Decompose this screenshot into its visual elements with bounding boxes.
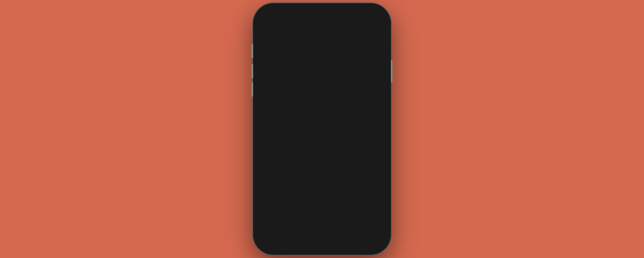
honeymoon-label: Honeymoon or Wedding <box>332 127 371 132</box>
screen-content: spivo 🛒 0 USD Turn your videos and pho <box>259 9 385 249</box>
svg-rect-5 <box>288 116 295 121</box>
progress-dot-1 <box>269 231 273 232</box>
svg-point-10 <box>290 194 292 197</box>
svg-rect-13 <box>348 195 356 200</box>
category-item-travel[interactable]: Travel or Adventure <box>264 64 321 101</box>
next-button[interactable]: ··· <box>367 225 380 238</box>
flag-icon <box>361 22 369 28</box>
phone-mockup: spivo 🛒 0 USD Turn your videos and pho <box>253 3 391 255</box>
action-icon <box>346 73 358 86</box>
question-section: What kind of video? <box>259 49 385 61</box>
next-icon: ··· <box>372 229 376 234</box>
spivo-logo-icon <box>275 21 283 29</box>
travel-icon <box>287 73 298 86</box>
progress-section: ··· <box>259 223 385 242</box>
header: spivo 🛒 0 USD <box>259 9 385 32</box>
tagline-text: Turn your videos and photos into incredi… <box>267 35 377 41</box>
header-right: 🛒 0 USD <box>349 20 379 29</box>
progress-dot-11 <box>322 231 325 232</box>
progress-dot-4 <box>288 230 291 233</box>
category-item-vlog[interactable]: Vlog <box>264 103 321 141</box>
other-label: Other any video! <box>338 207 365 212</box>
star-rating: ★★★★★ <box>288 43 306 47</box>
header-left: spivo <box>265 21 301 29</box>
progress-dot-9 <box>312 231 316 232</box>
hamburger-menu[interactable] <box>265 22 272 27</box>
phone-screen: spivo 🛒 0 USD Turn your videos and pho <box>259 9 385 249</box>
fishing-icon <box>346 153 358 166</box>
cart-area[interactable]: 🛒 0 <box>349 20 358 29</box>
video-grid: Travel or Adventure Action Sport or Moto… <box>259 61 385 223</box>
category-item-other[interactable]: Other any video! <box>323 183 380 220</box>
other-icon <box>346 192 358 205</box>
fishing-label: Fishing or Hunting <box>337 167 367 172</box>
special-icon <box>287 153 298 166</box>
progress-dot-10 <box>317 230 320 233</box>
progress-dots <box>264 230 330 233</box>
logo-area: spivo <box>275 21 301 29</box>
url-bar: spivo.com <box>259 242 385 249</box>
progress-dot-12 <box>327 230 330 233</box>
vlog-label: Vlog <box>288 127 296 132</box>
tagline-section: Turn your videos and photos into incredi… <box>259 32 385 49</box>
logo-text: spivo <box>285 22 301 28</box>
progress-dot-6 <box>298 230 301 233</box>
progress-dot-0 <box>264 230 267 233</box>
category-item-honeymoon[interactable]: Honeymoon or Wedding <box>323 103 380 141</box>
family-label: Family <box>287 207 298 212</box>
question-title: What kind of video? <box>265 52 379 60</box>
progress-dot-2 <box>275 230 281 233</box>
action-label: Action Sport or Motorsport <box>331 88 373 92</box>
category-item-fishing[interactable]: Fishing or Hunting <box>323 143 380 181</box>
svg-point-2 <box>348 80 351 82</box>
svg-point-3 <box>353 80 356 82</box>
url-text: spivo.com <box>315 243 329 247</box>
category-item-special[interactable]: Special Event <box>264 143 321 181</box>
svg-point-6 <box>290 117 290 118</box>
svg-point-7 <box>349 116 352 118</box>
family-icon <box>287 192 298 205</box>
currency-text: USD <box>370 23 379 27</box>
progress-dot-7 <box>303 231 306 232</box>
progress-dot-8 <box>307 230 311 233</box>
verified-icon: ✓ <box>353 43 356 47</box>
reviews-line: ★★★★★ 276 reviews | 1822 videos ✓ <box>267 43 377 47</box>
divider: | <box>329 43 330 47</box>
category-item-action[interactable]: Action Sport or Motorsport <box>323 64 380 101</box>
vlog-icon <box>287 113 298 126</box>
videos-count: 1822 videos <box>331 43 351 47</box>
special-label: Special Event <box>281 167 303 172</box>
travel-label: Travel or Adventure <box>276 88 308 92</box>
reviews-count: 276 reviews <box>308 43 327 47</box>
progress-dot-3 <box>283 231 286 232</box>
category-item-family[interactable]: Family <box>264 183 321 220</box>
currency-selector[interactable]: USD <box>361 22 379 28</box>
cart-badge: 0 <box>354 19 359 24</box>
progress-dot-5 <box>293 231 296 232</box>
honeymoon-icon <box>346 113 358 126</box>
svg-point-11 <box>293 194 295 197</box>
